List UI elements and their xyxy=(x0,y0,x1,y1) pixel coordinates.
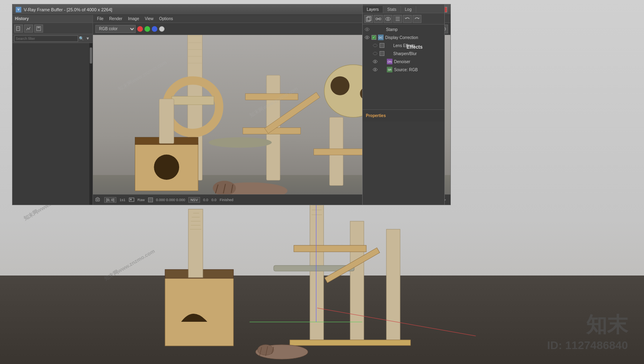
history-graph-btn[interactable] xyxy=(24,25,33,33)
x-axis-green-line xyxy=(250,322,362,322)
svg-point-68 xyxy=(97,199,99,200)
layer-source-rgb[interactable]: SR Source: RGB xyxy=(363,66,444,74)
menu-image[interactable]: Image xyxy=(126,16,142,22)
layer-name-lens: Lens Effects xyxy=(393,43,443,48)
status-alpha: 0.0 xyxy=(203,198,208,202)
layer-check-sharpen[interactable] xyxy=(380,51,384,56)
svg-point-89 xyxy=(375,69,376,70)
layers-panel: Layers Stats Log Stam xyxy=(362,4,445,205)
history-scroll-area xyxy=(12,43,93,205)
properties-content xyxy=(363,121,444,205)
svg-point-81 xyxy=(367,29,368,30)
layer-eye-source[interactable] xyxy=(372,67,378,72)
layer-eye-lens[interactable] xyxy=(372,43,378,48)
color-dot-red[interactable] xyxy=(137,26,143,32)
floor-plane xyxy=(0,276,644,364)
status-camera-icon xyxy=(95,197,101,203)
svg-rect-70 xyxy=(130,199,132,200)
svg-point-83 xyxy=(367,37,368,38)
layer-name-stamp: Stamp xyxy=(386,27,443,32)
status-coordinates: [0, 0] xyxy=(104,197,116,203)
status-raw-label: Raw xyxy=(138,198,145,202)
svg-point-76 xyxy=(387,18,389,20)
tab-layers[interactable]: Layers xyxy=(363,6,383,13)
svg-rect-26 xyxy=(37,27,40,28)
menu-file[interactable]: File xyxy=(95,16,106,22)
color-dot-white[interactable] xyxy=(159,26,165,32)
layer-name-source: Source: RGB xyxy=(394,68,443,72)
svg-point-85 xyxy=(373,52,377,55)
history-scrollbar[interactable] xyxy=(89,43,93,205)
layers-toolbar xyxy=(363,13,444,25)
layer-denoiser[interactable]: DN Denoiser xyxy=(363,58,444,66)
layer-display-correction[interactable]: ✓ DC Display Correction xyxy=(363,33,444,41)
layer-check-display[interactable]: ✓ xyxy=(372,35,376,40)
tab-log[interactable]: Log xyxy=(401,6,416,13)
history-title: History xyxy=(15,16,29,21)
menu-view[interactable]: View xyxy=(142,16,156,22)
layer-check-lens[interactable] xyxy=(380,43,384,48)
status-format: NSV xyxy=(188,197,200,203)
layers-copy-btn[interactable] xyxy=(364,15,373,23)
history-panel: History 🔍 ▼ xyxy=(12,15,93,205)
layer-icon-source: SR xyxy=(387,67,392,72)
layer-icon-display: DC xyxy=(378,35,384,40)
layers-undo-btn[interactable] xyxy=(403,15,412,23)
history-toolbar xyxy=(12,23,93,34)
layer-sharpen-blur[interactable]: Sharpen/Blur xyxy=(363,49,444,58)
svg-point-75 xyxy=(386,17,390,21)
layer-lens-effects[interactable]: Lens Effects xyxy=(363,41,444,49)
layers-eye-btn[interactable] xyxy=(384,15,392,23)
y-axis-line xyxy=(316,197,316,322)
layers-list-btn[interactable] xyxy=(393,15,402,23)
history-save-btn[interactable] xyxy=(34,25,43,33)
layers-link-btn[interactable] xyxy=(374,15,383,23)
layer-eye-sharpen[interactable] xyxy=(372,51,378,56)
status-color-swatch xyxy=(148,197,153,202)
properties-section: Properties xyxy=(363,109,444,121)
tab-stats[interactable]: Stats xyxy=(383,6,401,13)
layer-name-sharpen: Sharpen/Blur xyxy=(393,51,443,56)
status-frame: 1s1 xyxy=(120,198,126,202)
layer-stamp[interactable]: Stamp xyxy=(363,25,444,33)
layer-name-denoiser: Denoiser xyxy=(394,60,443,64)
layer-eye-stamp[interactable] xyxy=(364,27,370,32)
color-dot-green[interactable] xyxy=(144,26,150,32)
status-finished: Finished xyxy=(220,198,233,202)
color-dot-blue[interactable] xyxy=(152,26,157,32)
layers-list: Stamp ✓ DC Display Correction Lens Effec… xyxy=(363,25,444,109)
history-header: History xyxy=(12,15,93,23)
layer-eye-denoiser[interactable] xyxy=(372,59,378,64)
svg-point-84 xyxy=(373,44,377,47)
layer-icon-denoiser: DN xyxy=(387,59,392,64)
search-input[interactable] xyxy=(14,35,78,42)
scroll-thumb[interactable] xyxy=(90,47,92,64)
properties-label: Properties xyxy=(366,113,386,118)
status-raw-icon xyxy=(129,197,134,203)
status-extra: 0.0 xyxy=(211,198,217,202)
svg-point-87 xyxy=(375,61,376,62)
color-channel-select[interactable]: RGB color xyxy=(95,25,136,33)
layer-eye-display[interactable] xyxy=(364,35,370,40)
app-icon: V xyxy=(16,7,21,12)
search-icon[interactable]: 🔍 xyxy=(78,35,85,42)
search-bar: 🔍 ▼ xyxy=(12,34,93,43)
layers-redo-btn[interactable] xyxy=(413,15,421,23)
menu-render[interactable]: Render xyxy=(107,16,125,22)
panel-tabs: Layers Stats Log xyxy=(363,4,444,13)
menu-options[interactable]: Options xyxy=(157,16,175,22)
layer-name-display: Display Correction xyxy=(385,35,443,40)
history-new-btn[interactable] xyxy=(14,25,23,33)
status-rgb-values: 0.000 0.000 0.000 xyxy=(156,198,186,202)
history-items xyxy=(12,43,89,205)
svg-rect-23 xyxy=(17,27,20,31)
filter-icon[interactable]: ▼ xyxy=(85,35,91,42)
